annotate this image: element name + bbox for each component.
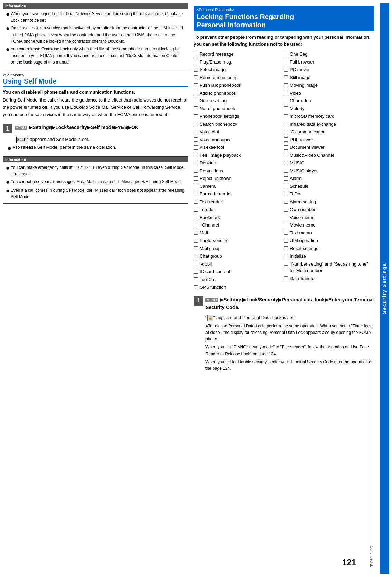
- list-item-left-27: i-αppli: [194, 261, 284, 268]
- list-text-right-11: PDF viewer: [290, 136, 313, 143]
- page-number: 121: [342, 558, 356, 567]
- pdl-detail-1: When you set "PIM/IC security mode" to "…: [205, 344, 374, 357]
- checkbox-icon-right-21: [284, 215, 288, 219]
- continued-label: Continued▶: [370, 546, 374, 567]
- info2-bullet-2: ● You cannot receive mail messages, Area…: [6, 179, 185, 186]
- checkbox-icon-left-17: [194, 184, 198, 188]
- list-col-right: One SegFull browserPC movieStill imageMo…: [284, 51, 374, 292]
- checkbox-icon-right-1: [284, 60, 288, 64]
- self-mode-step1: 1 MENU ▶Settings▶Lock/Security▶Self mode…: [3, 124, 188, 133]
- checkbox-icon-right-6: [284, 99, 288, 103]
- list-text-left-18: Bar code reader: [200, 191, 232, 198]
- list-item-right-7: Melody: [284, 105, 374, 112]
- list-item-left-0: Record message: [194, 51, 284, 58]
- list-text-left-21: Bookmark: [200, 214, 220, 221]
- list-text-left-30: GPS function: [200, 284, 226, 291]
- list-item-left-9: Search phonebook: [194, 121, 284, 128]
- list-item-right-6: Chara-den: [284, 97, 374, 104]
- list-text-left-15: Restrictions: [200, 167, 223, 174]
- bullet2-icon-3: ●: [6, 187, 11, 195]
- list-item-right-9: Infrared data exchange: [284, 121, 374, 128]
- checkbox-icon-left-5: [194, 91, 198, 95]
- info-bullet-3: ● You can release Omakase Lock only when…: [6, 46, 185, 66]
- list-text-right-6: Chara-den: [290, 97, 311, 104]
- pdl-detail-0: ●To release Personal Data Lock, perform …: [205, 323, 374, 343]
- list-item-left-1: Play/Erase msg.: [194, 59, 284, 66]
- checkbox-icon-left-27: [194, 262, 198, 266]
- bullet2-icon-1: ●: [6, 164, 11, 172]
- list-item-left-2: Select image: [194, 66, 284, 73]
- personal-data-lock-header: <Personal Data Lock> Locking Functions R…: [194, 6, 374, 31]
- step-nav-pdl: ▶Settings▶Lock/Security▶Personal data lo…: [205, 297, 374, 310]
- checkbox-icon-right-9: [284, 122, 288, 126]
- checkbox-icon-right-20: [284, 208, 288, 212]
- pdl-icon: "🔒" appears and Personal Data Lock is se…: [205, 315, 295, 320]
- personal-data-lock-intro: To prevent other people from reading or …: [194, 34, 374, 47]
- checkbox-icon-right-14: [284, 161, 288, 165]
- list-text-left-26: Chat group: [200, 253, 222, 260]
- info-box-1-header: Information: [3, 3, 188, 9]
- list-text-right-7: Melody: [290, 105, 304, 112]
- list-text-left-2: Select image: [200, 66, 226, 73]
- list-item-right-16: Alarm: [284, 175, 374, 182]
- checkbox-icon-right-25: [284, 246, 288, 250]
- list-item-left-22: i-Channel: [194, 222, 284, 229]
- list-item-left-12: Kisekae tool: [194, 144, 284, 151]
- list-item-left-6: Group setting: [194, 97, 284, 104]
- list-text-right-5: Video: [290, 90, 301, 97]
- list-text-left-22: i-Channel: [200, 222, 219, 229]
- list-item-left-3: Remote monitoring: [194, 74, 284, 81]
- checkbox-icon-right-17: [284, 184, 288, 188]
- checkbox-icon-right-13: [284, 153, 288, 157]
- list-text-right-16: Alarm: [290, 175, 302, 182]
- self-mode-title: Using Self Mode: [3, 77, 188, 87]
- checkbox-icon-left-2: [194, 68, 198, 72]
- checkbox-icon-left-29: [194, 277, 198, 281]
- checkbox-icon-right-10: [284, 130, 288, 134]
- checkbox-icon-left-16: [194, 176, 198, 181]
- list-item-right-22: Movie memo: [284, 222, 374, 229]
- checkbox-icon-left-18: [194, 192, 198, 196]
- personal-data-lock-tag: <Personal Data Lock>: [197, 8, 371, 12]
- sidebar-text: Security Settings: [382, 263, 387, 314]
- info-box-2: Information ● You can make emergency cal…: [3, 156, 188, 204]
- checkbox-icon-left-1: [194, 60, 198, 64]
- list-text-left-16: Reject unknown: [200, 175, 232, 182]
- list-item-right-15: MUSIC player: [284, 167, 374, 174]
- checkbox-icon-left-10: [194, 130, 198, 134]
- checkbox-icon-right-26: [284, 254, 288, 258]
- checkbox-icon-right-4: [284, 83, 288, 87]
- info-bullet-1: ● When you have signed up for Dual Netwo…: [6, 11, 185, 24]
- list-item-left-29: ToruCa: [194, 276, 284, 283]
- checkbox-icon-left-19: [194, 200, 198, 204]
- menu-icon-1: MENU: [15, 126, 27, 130]
- checkbox-icon-right-7: [284, 106, 288, 110]
- list-text-right-12: Document viewer: [290, 144, 324, 151]
- list-item-right-20: Own number: [284, 206, 374, 213]
- list-text-right-27: "Number setting" and "Set as ring tone" …: [290, 261, 374, 274]
- list-item-left-30: GPS function: [194, 284, 284, 291]
- checkbox-icon-right-18: [284, 192, 288, 196]
- list-text-left-23: Mail: [200, 230, 208, 237]
- list-text-left-5: Add to phonebook: [200, 90, 236, 97]
- list-item-right-27: "Number setting" and "Set as ring tone" …: [284, 261, 374, 274]
- self-mode-step1-sub: ● ●To release Self Mode, perform the sam…: [8, 145, 188, 152]
- list-text-left-24: Photo-sending: [200, 237, 229, 244]
- list-text-right-10: iC communication: [290, 128, 325, 135]
- checkbox-icon-left-23: [194, 231, 198, 235]
- list-item-left-21: Bookmark: [194, 214, 284, 221]
- list-item-right-14: MUSIC: [284, 160, 374, 166]
- list-item-right-0: One Seg: [284, 51, 374, 58]
- list-item-left-28: IC card content: [194, 268, 284, 275]
- checkbox-icon-left-15: [194, 169, 198, 173]
- info-text-1: When you have signed up for Dual Network…: [11, 11, 185, 24]
- list-item-left-13: Feel image playback: [194, 152, 284, 159]
- list-text-left-3: Remote monitoring: [200, 74, 238, 81]
- personal-data-lock-title: Locking Functions Regarding Personal Inf…: [197, 12, 371, 29]
- list-text-right-13: Music&Video Channel: [290, 152, 334, 159]
- list-text-left-11: Voice announce: [200, 136, 232, 143]
- list-item-left-11: Voice announce: [194, 136, 284, 143]
- self-mode-step1-note: "SELF" appears and Self Mode is set.: [15, 136, 188, 143]
- list-text-left-0: Record message: [200, 51, 233, 58]
- info2-text-1: You can make emergency calls at 110/119/…: [11, 164, 185, 177]
